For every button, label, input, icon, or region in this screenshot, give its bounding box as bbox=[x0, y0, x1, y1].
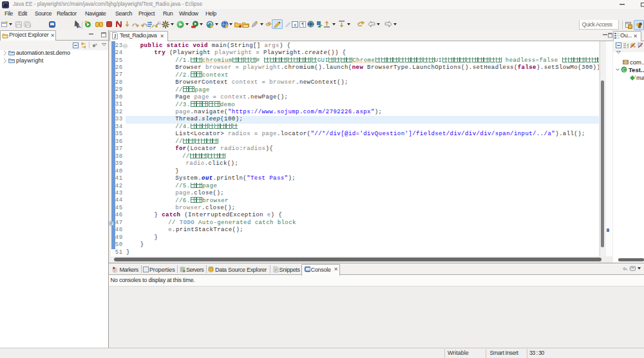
svg-text:a: a bbox=[294, 23, 296, 27]
svg-text:J: J bbox=[114, 33, 117, 39]
svg-text:s: s bbox=[635, 75, 636, 78]
svg-text:C: C bbox=[622, 67, 626, 73]
svg-text:¶: ¶ bbox=[301, 22, 304, 28]
svg-text:z: z bbox=[627, 45, 629, 48]
